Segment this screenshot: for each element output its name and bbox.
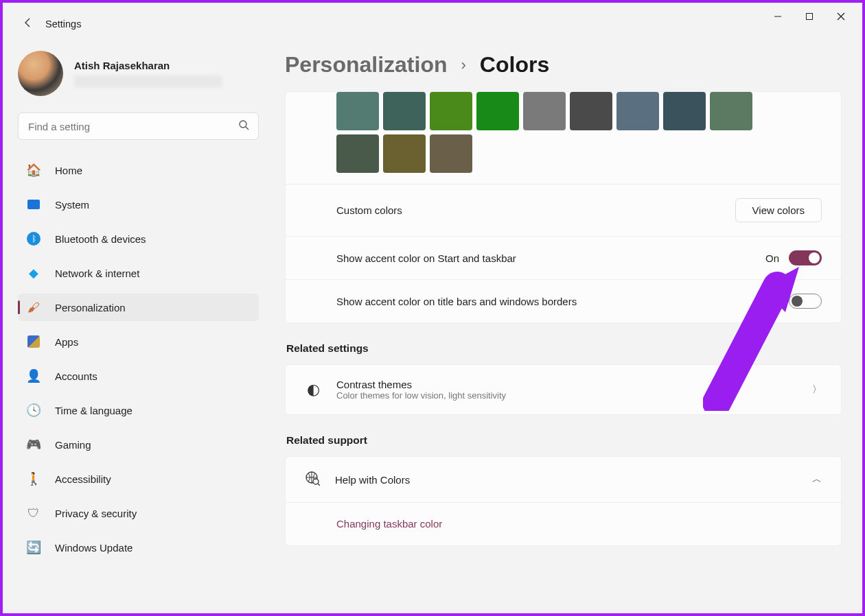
chevron-up-icon: ︿	[812, 473, 822, 486]
color-swatch[interactable]	[663, 92, 706, 130]
sidebar-item-system[interactable]: System	[18, 191, 259, 218]
breadcrumb-current: Colors	[480, 52, 549, 78]
contrast-themes-row[interactable]: ◐ Contrast themes Color themes for low v…	[285, 364, 842, 415]
minimize-button[interactable]	[762, 5, 794, 27]
sidebar-item-apps[interactable]: Apps	[18, 328, 259, 355]
sidebar-item-time-language[interactable]: 🕓Time & language	[18, 396, 259, 424]
network-icon: ◆	[26, 265, 41, 281]
related-settings-heading: Related settings	[286, 342, 842, 355]
accent-titlebar-toggle[interactable]	[789, 294, 822, 309]
svg-line-8	[318, 484, 320, 486]
app-title: Settings	[45, 19, 81, 29]
apps-icon	[26, 334, 41, 349]
globe-search-icon	[305, 471, 320, 488]
chevron-right-icon: 〉	[812, 383, 822, 396]
accessibility-icon: 🚶	[26, 471, 41, 486]
breadcrumb: Personalization › Colors	[285, 52, 842, 78]
color-swatch[interactable]	[430, 134, 472, 173]
svg-point-4	[240, 121, 246, 128]
sidebar-item-gaming[interactable]: 🎮Gaming	[18, 431, 259, 458]
sidebar-item-privacy[interactable]: 🛡Privacy & security	[18, 499, 259, 527]
help-title: Help with Colors	[335, 474, 410, 486]
svg-rect-1	[807, 14, 813, 20]
view-colors-button[interactable]: View colors	[735, 198, 822, 222]
help-header[interactable]: Help with Colors ︿	[286, 457, 841, 503]
sidebar-item-home[interactable]: 🏠Home	[18, 156, 259, 184]
custom-colors-label: Custom colors	[336, 204, 402, 216]
close-button[interactable]	[825, 5, 857, 27]
profile-name: Atish Rajasekharan	[74, 60, 222, 71]
help-item-taskbar-color[interactable]: Changing taskbar color	[286, 503, 841, 545]
accent-titlebar-row: Show accent color on title bars and wind…	[286, 280, 841, 322]
color-swatch[interactable]	[476, 92, 519, 130]
contrast-icon: ◐	[305, 381, 321, 399]
privacy-icon: 🛡	[26, 506, 41, 521]
profile-block[interactable]: Atish Rajasekharan	[18, 51, 259, 96]
update-icon: 🔄	[26, 540, 41, 555]
colors-card: Custom colors View colors Show accent co…	[285, 91, 842, 323]
help-card: Help with Colors ︿ Changing taskbar colo…	[285, 456, 842, 546]
search-icon	[238, 119, 249, 133]
color-swatch[interactable]	[710, 92, 752, 130]
window-titlebar	[3, 3, 862, 30]
color-swatch[interactable]	[336, 134, 379, 173]
sidebar-item-accounts[interactable]: 👤Accounts	[18, 362, 259, 390]
avatar	[18, 51, 63, 96]
color-swatch[interactable]	[570, 92, 612, 130]
svg-point-7	[313, 479, 319, 484]
color-swatch[interactable]	[616, 92, 659, 130]
time-language-icon: 🕓	[26, 403, 41, 418]
contrast-desc: Color themes for low vision, light sensi…	[336, 390, 506, 401]
accent-start-label: Show accent color on Start and taskbar	[336, 252, 516, 264]
gaming-icon: 🎮	[26, 437, 41, 452]
chevron-right-icon: ›	[461, 56, 466, 74]
maximize-button[interactable]	[794, 5, 825, 27]
sidebar-item-personalization[interactable]: 🖌Personalization	[18, 294, 259, 321]
color-swatch[interactable]	[523, 92, 566, 130]
color-swatch-grid	[286, 92, 841, 185]
profile-email-redacted	[74, 75, 222, 88]
contrast-title: Contrast themes	[336, 379, 506, 390]
back-button[interactable]	[22, 16, 34, 32]
home-icon: 🏠	[26, 163, 41, 178]
accent-start-toggle[interactable]	[789, 250, 822, 265]
accent-start-state: On	[765, 252, 779, 264]
sidebar-item-accessibility[interactable]: 🚶Accessibility	[18, 465, 259, 493]
color-swatch[interactable]	[383, 92, 426, 130]
nav-list: 🏠Home System ᛒBluetooth & devices ◆Netwo…	[18, 156, 259, 561]
custom-colors-row: Custom colors View colors	[286, 185, 841, 237]
main-content: Personalization › Colors Custom colors V…	[274, 44, 862, 613]
color-swatch[interactable]	[430, 92, 472, 130]
bluetooth-icon: ᛒ	[26, 231, 41, 246]
accent-start-row: Show accent color on Start and taskbar O…	[286, 237, 841, 280]
search-input[interactable]	[18, 112, 259, 140]
accounts-icon: 👤	[26, 368, 41, 383]
sidebar-item-windows-update[interactable]: 🔄Windows Update	[18, 534, 259, 561]
color-swatch[interactable]	[383, 134, 426, 173]
sidebar: Atish Rajasekharan 🏠Home System ᛒBluetoo…	[3, 44, 274, 613]
color-swatch[interactable]	[336, 92, 379, 130]
svg-line-5	[246, 127, 249, 130]
sidebar-item-network[interactable]: ◆Network & internet	[18, 259, 259, 287]
personalization-icon: 🖌	[26, 300, 41, 315]
breadcrumb-parent[interactable]: Personalization	[285, 52, 448, 78]
help-link[interactable]: Changing taskbar color	[336, 518, 442, 530]
related-support-heading: Related support	[286, 434, 842, 447]
accent-titlebar-label: Show accent color on title bars and wind…	[336, 296, 577, 307]
system-icon	[26, 197, 41, 212]
sidebar-item-bluetooth[interactable]: ᛒBluetooth & devices	[18, 225, 259, 252]
